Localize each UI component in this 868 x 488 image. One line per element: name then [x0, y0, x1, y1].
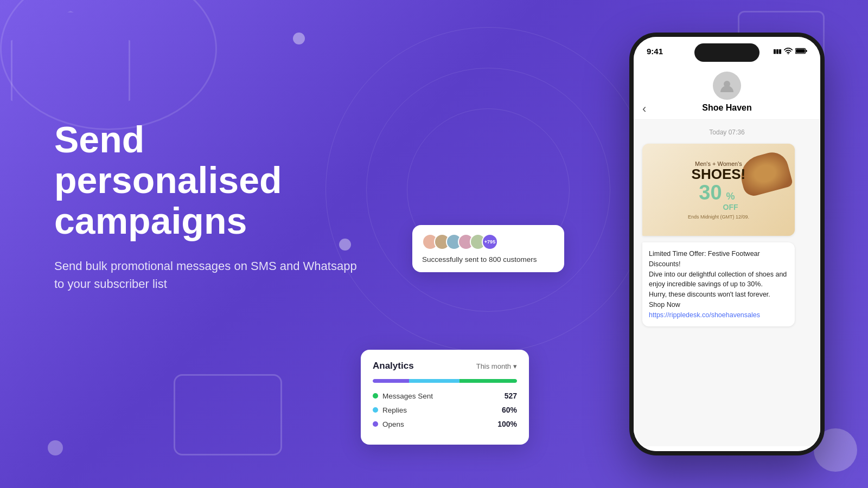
phone-screen: ‹ Shoe Haven Today 07:36	[634, 65, 820, 451]
chat-timestamp: Today 07:36	[642, 129, 812, 136]
promo-discount: 30 % OFF	[688, 181, 749, 212]
messages-sent-value: 527	[505, 391, 517, 400]
success-message: Successfully sent to 800 customers	[422, 255, 554, 264]
promo-ends-text: Ends Midnight (GMT) 12/09.	[688, 214, 749, 220]
success-card: +795 Successfully sent to 800 customers	[412, 225, 564, 272]
analytics-row-opens: Opens 100%	[373, 420, 517, 428]
analytics-card: Analytics This month ▾ Messages Sent 527…	[361, 350, 529, 445]
messages-sent-label: Messages Sent	[382, 392, 433, 400]
hero-title: Send personalised campaigns	[54, 119, 369, 241]
hero-subtitle: Send bulk promotional messages on SMS an…	[54, 257, 369, 293]
contact-name: Shoe Haven	[702, 103, 752, 113]
bg-arc-3	[326, 27, 651, 352]
status-icons: ▮▮▮	[773, 48, 807, 55]
message-text: Limited Time Offer: Festive Footwear Dis…	[649, 250, 787, 309]
chat-messages: Today 07:36 Men's + Women's SHOES! 30	[634, 120, 820, 446]
progress-segment-blue	[409, 379, 459, 383]
bg-wave-decor	[0, 0, 217, 130]
avatar-count-badge: +795	[482, 234, 498, 250]
discount-percent-sign: %	[726, 191, 735, 202]
contact-avatar	[713, 72, 741, 100]
analytics-title: Analytics	[373, 361, 414, 371]
tablet-decor	[174, 374, 282, 455]
chevron-down-icon: ▾	[513, 362, 517, 370]
message-link[interactable]: https://rippledesk.co/shoehavensales	[649, 311, 760, 319]
svg-rect-3	[806, 50, 807, 52]
svg-rect-2	[796, 49, 805, 53]
replies-label: Replies	[382, 406, 407, 414]
promo-image-bubble: Men's + Women's SHOES! 30 % OFF Ends Mid…	[642, 144, 795, 236]
avatar-row: +795	[422, 234, 554, 250]
bg-arc-2	[366, 68, 610, 312]
discount-off-group: % OFF	[723, 191, 738, 212]
bg-dot-3	[48, 440, 63, 455]
back-button[interactable]: ‹	[642, 102, 646, 116]
battery-icon	[795, 48, 807, 54]
dot-blue	[373, 407, 378, 413]
chat-header: Shoe Haven	[634, 65, 820, 120]
analytics-label-messages: Messages Sent	[373, 392, 433, 400]
signal-icon: ▮▮▮	[773, 48, 781, 55]
dot-green	[373, 393, 378, 399]
dot-purple	[373, 421, 378, 427]
chat-text-bubble: Limited Time Offer: Festive Footwear Dis…	[642, 242, 795, 326]
analytics-filter-label: This month	[476, 362, 511, 370]
bg-dot-1	[293, 33, 305, 44]
analytics-row-messages: Messages Sent 527	[373, 391, 517, 400]
phone-notch	[694, 43, 760, 62]
opens-value: 100%	[497, 420, 517, 428]
shoe-text-overlay: Men's + Women's SHOES! 30 % OFF Ends Mid…	[688, 160, 749, 220]
promo-main-title: SHOES!	[688, 167, 749, 181]
wifi-icon	[784, 48, 793, 54]
promo-image: Men's + Women's SHOES! 30 % OFF Ends Mid…	[642, 144, 795, 236]
hero-section: Send personalised campaigns Send bulk pr…	[54, 119, 369, 293]
analytics-row-replies: Replies 60%	[373, 406, 517, 414]
replies-value: 60%	[502, 406, 517, 414]
progress-segment-green	[459, 379, 517, 383]
analytics-label-replies: Replies	[373, 406, 407, 414]
discount-off-label: OFF	[723, 203, 738, 211]
analytics-filter-dropdown[interactable]: This month ▾	[476, 362, 517, 370]
opens-label: Opens	[382, 420, 404, 428]
analytics-progress-bar	[373, 379, 517, 383]
phone-body: 9:41 ▮▮▮ ‹	[629, 33, 825, 455]
analytics-label-opens: Opens	[373, 420, 404, 428]
progress-segment-purple	[373, 379, 409, 383]
discount-pct: 30	[699, 181, 722, 204]
status-time: 9:41	[647, 47, 663, 56]
analytics-header: Analytics This month ▾	[373, 361, 517, 371]
phone-mockup: 9:41 ▮▮▮ ‹	[629, 33, 835, 477]
svg-point-0	[788, 53, 789, 54]
bg-hex-decor	[11, 11, 130, 130]
